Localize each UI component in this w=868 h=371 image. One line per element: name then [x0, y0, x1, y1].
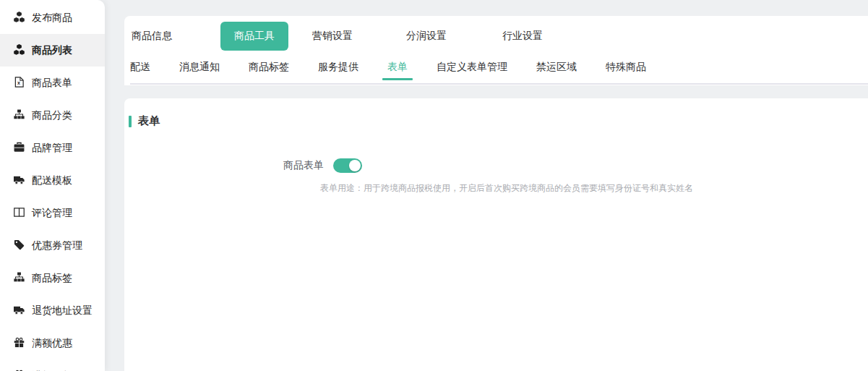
file-excel-icon: x	[14, 77, 25, 90]
sub-tabs: 配送 消息通知 商品标签 服务提供 表单 自定义表单管理 禁运区域 特殊商品	[124, 56, 868, 78]
sidebar-item-label: 商品分类	[32, 109, 72, 122]
product-form-toggle[interactable]	[333, 158, 362, 173]
tag-icon	[14, 239, 25, 252]
sidebar-item-product-category[interactable]: 商品分类	[0, 99, 105, 132]
sidebar-item-review-management[interactable]: 评论管理	[0, 197, 105, 229]
main-tabs: 商品信息 商品工具 营销设置 分润设置 行业设置	[124, 16, 868, 56]
sidebar-item-label: 商品标签	[32, 272, 72, 285]
subtab-message-notice[interactable]: 消息通知	[179, 61, 220, 74]
subtab-product-tags[interactable]: 商品标签	[249, 61, 289, 74]
sidebar-item-label: 商品表单	[32, 77, 72, 90]
tab-marketing-settings[interactable]: 营销设置	[312, 30, 353, 43]
settings-tab-card: 商品信息 商品工具 营销设置 分润设置 行业设置 配送 消息通知 商品标签 服务…	[124, 16, 868, 85]
toggle-knob	[349, 160, 361, 171]
gift-icon	[14, 337, 25, 350]
tab-profit-settings[interactable]: 分润设置	[406, 30, 447, 43]
sidebar-item-label: 满额优惠	[32, 337, 72, 350]
sidebar-item-publish-product[interactable]: 发布商品	[0, 1, 105, 34]
sidebar-item-shipping-template[interactable]: 配送模板	[0, 164, 105, 197]
columns-icon	[14, 207, 25, 220]
sidebar-item-brand-management[interactable]: 品牌管理	[0, 132, 105, 164]
sidebar-item-label: 发布商品	[32, 12, 72, 25]
subtab-form[interactable]: 表单	[387, 61, 408, 74]
section-title: 表单	[138, 114, 160, 128]
form-settings-card: 表单 商品表单 表单用途：用于跨境商品报税使用，开启后首次购买跨境商品的会员需要…	[124, 98, 868, 371]
truck-icon	[14, 174, 25, 187]
sidebar-item-label: 配送模板	[32, 174, 72, 187]
sidebar-item-coupon-management[interactable]: 优惠券管理	[0, 229, 105, 262]
sidebar-item-full-amount-discount[interactable]: 满额优惠	[0, 327, 105, 359]
sidebar-item-product-form[interactable]: x 商品表单	[0, 67, 105, 99]
sidebar-item-label: 商品列表	[32, 44, 72, 57]
sitemap-icon	[14, 109, 25, 122]
subtab-service-offer[interactable]: 服务提供	[318, 61, 358, 74]
subtab-custom-form-management[interactable]: 自定义表单管理	[437, 61, 507, 74]
product-form-toggle-row: 商品表单	[283, 158, 868, 173]
sidebar: 发布商品 商品列表 x 商品表单 商品分类 品牌管理 配送模板 评论管理 优惠券…	[0, 0, 105, 371]
sidebar-item-clipped[interactable]: 满额包邮	[0, 359, 105, 371]
sidebar-item-label: 评论管理	[32, 207, 72, 220]
subtab-special-goods[interactable]: 特殊商品	[606, 61, 646, 74]
truck-icon	[14, 304, 25, 317]
sidebar-item-return-address-settings[interactable]: 退货地址设置	[0, 294, 105, 327]
subtab-divider	[130, 83, 868, 85]
tab-product-info[interactable]: 商品信息	[132, 30, 172, 43]
sidebar-item-label: 优惠券管理	[32, 239, 82, 252]
sidebar-item-product-list[interactable]: 商品列表	[0, 34, 105, 67]
sidebar-item-product-tags[interactable]: 商品标签	[0, 262, 105, 294]
cubes-icon	[14, 12, 25, 25]
product-form-label: 商品表单	[283, 159, 324, 172]
subtab-shipping[interactable]: 配送	[130, 61, 150, 74]
cubes-icon	[14, 44, 25, 57]
product-form-help-text: 表单用途：用于跨境商品报税使用，开启后首次购买跨境商品的会员需要填写身份证号和真…	[320, 182, 868, 195]
section-accent-bar	[129, 116, 132, 127]
briefcase-icon	[14, 142, 25, 155]
sidebar-item-label: 品牌管理	[32, 142, 72, 155]
sidebar-item-label: 退货地址设置	[32, 304, 93, 317]
section-header: 表单	[129, 114, 868, 128]
subtab-embargo-area[interactable]: 禁运区域	[536, 61, 577, 74]
tab-industry-settings[interactable]: 行业设置	[502, 30, 543, 43]
svg-text:x: x	[17, 80, 20, 85]
sitemap-icon	[14, 272, 25, 285]
tab-product-tools[interactable]: 商品工具	[220, 22, 288, 51]
